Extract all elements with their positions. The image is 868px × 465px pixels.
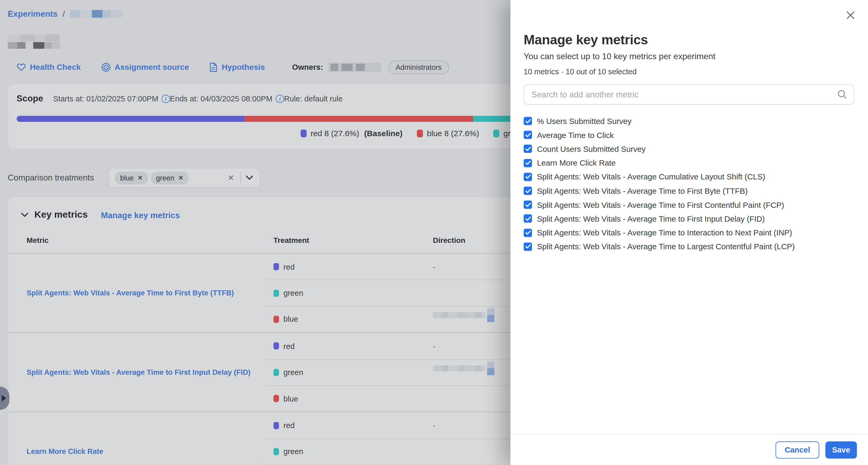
checkbox-checked-icon[interactable] <box>524 201 532 209</box>
metric-label: Average Time to Click <box>537 130 614 139</box>
manage-key-metrics-drawer: Manage key metrics You can select up to … <box>510 0 868 465</box>
search-icon <box>837 90 847 99</box>
metric-search <box>524 84 854 105</box>
metric-label: Split Agents: Web Vitals - Average Time … <box>537 242 795 251</box>
metric-label: Count Users Submitted Survey <box>537 145 646 153</box>
metric-label: Learn More Click Rate <box>537 158 616 167</box>
metric-checkbox-list: % Users Submitted Survey Average Time to… <box>524 114 854 254</box>
checkbox-checked-icon[interactable] <box>524 131 532 139</box>
checkbox-checked-icon[interactable] <box>524 117 532 125</box>
metrics-count-line: 10 metrics · 10 out of 10 selected <box>524 68 854 76</box>
metric-label: % Users Submitted Survey <box>537 117 632 125</box>
app-root: Experiments / Health Check Assignment so… <box>0 0 868 465</box>
metric-label: Split Agents: Web Vitals - Average Cumul… <box>537 173 765 181</box>
drawer-footer: Cancel Save <box>510 434 868 465</box>
metric-checkbox-item[interactable]: Average Time to Click <box>524 128 854 142</box>
checkbox-checked-icon[interactable] <box>524 214 532 223</box>
checkbox-checked-icon[interactable] <box>524 145 532 153</box>
metric-checkbox-item[interactable]: Learn More Click Rate <box>524 156 854 170</box>
checkbox-checked-icon[interactable] <box>524 242 532 251</box>
metric-checkbox-item[interactable]: Split Agents: Web Vitals - Average Time … <box>524 226 854 240</box>
checkbox-checked-icon[interactable] <box>524 186 532 195</box>
metric-label: Split Agents: Web Vitals - Average Time … <box>537 214 765 223</box>
metric-checkbox-item[interactable]: % Users Submitted Survey <box>524 114 854 128</box>
cancel-button[interactable]: Cancel <box>776 441 819 458</box>
checkbox-checked-icon[interactable] <box>524 173 532 181</box>
metric-checkbox-item[interactable]: Split Agents: Web Vitals - Average Time … <box>524 240 854 254</box>
metric-checkbox-item[interactable]: Count Users Submitted Survey <box>524 142 854 156</box>
drawer-subtitle: You can select up to 10 key metrics per … <box>524 52 854 62</box>
metric-checkbox-item[interactable]: Split Agents: Web Vitals - Average Time … <box>524 212 854 226</box>
metric-checkbox-item[interactable]: Split Agents: Web Vitals - Average Cumul… <box>524 170 854 184</box>
metric-checkbox-item[interactable]: Split Agents: Web Vitals - Average Time … <box>524 184 854 198</box>
metric-search-input[interactable] <box>524 84 854 105</box>
checkbox-checked-icon[interactable] <box>524 159 532 167</box>
checkbox-checked-icon[interactable] <box>524 229 532 237</box>
metric-label: Split Agents: Web Vitals - Average Time … <box>537 200 784 209</box>
metric-checkbox-item[interactable]: Split Agents: Web Vitals - Average Time … <box>524 198 854 212</box>
metric-label: Split Agents: Web Vitals - Average Time … <box>537 186 748 195</box>
save-button[interactable]: Save <box>825 441 857 458</box>
drawer-title: Manage key metrics <box>524 32 854 48</box>
close-icon <box>846 11 855 19</box>
close-button[interactable] <box>844 9 857 23</box>
metric-label: Split Agents: Web Vitals - Average Time … <box>537 228 792 237</box>
